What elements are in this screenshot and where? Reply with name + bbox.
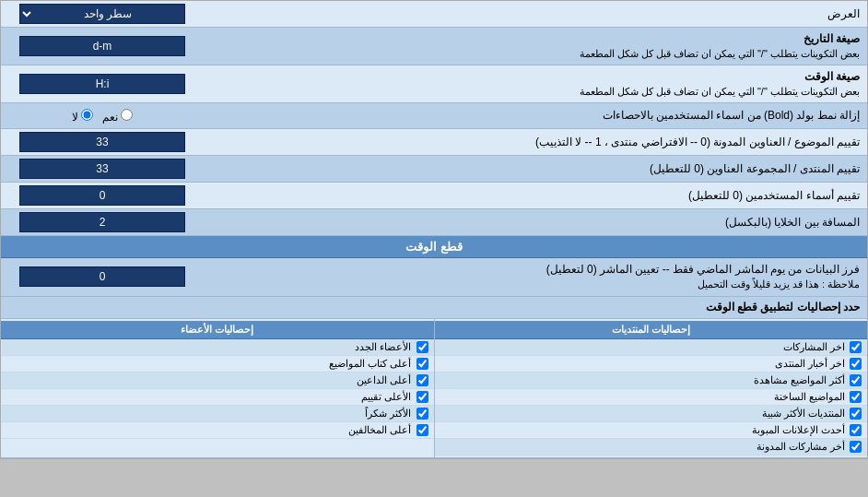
display-select[interactable]: سطر واحدسطرينثلاثة أسطر (19, 4, 185, 24)
bold-no-label: لا (72, 109, 93, 124)
subject-titles-input[interactable] (19, 132, 185, 152)
stat-new-members-checkbox[interactable] (416, 341, 428, 353)
stat-latest-ads-checkbox[interactable] (850, 424, 862, 436)
cell-spacing-input[interactable] (19, 212, 185, 232)
stat-forum-news: اخر أخبار المنتدى (435, 356, 868, 373)
stat-most-viewed-label: أكثر المواضيع مشاهدة (754, 374, 845, 386)
bold-remove-label: إزالة نمط بولد (Bold) من اسماء المستخدمي… (204, 104, 867, 127)
stat-top-posters-label: أعلى كتاب المواضيع (329, 358, 411, 370)
stat-latest-ads: أحدث الإعلانات المبوبة (435, 422, 868, 439)
stat-top-posters-checkbox[interactable] (416, 358, 428, 370)
date-format-label: صيغة التاريخ بعض التكوينات يتطلب "/" الت… (204, 28, 867, 65)
time-format-input[interactable] (19, 74, 185, 94)
stat-top-posters2-label: أعلى الداعين (357, 374, 411, 386)
stat-last-posts-checkbox[interactable] (850, 341, 862, 353)
stat-last-active-label: المواضيع الساخنة (774, 391, 845, 403)
bold-no-text: لا (72, 111, 78, 124)
stat-top-rated-checkbox[interactable] (416, 391, 428, 403)
top-select-cell: سطر واحدسطرينثلاثة أسطر (1, 1, 204, 27)
stat-latest-ads-label: أحدث الإعلانات المبوبة (752, 424, 845, 436)
subject-titles-label: تقييم الموضوع / العناوين المدونة (0 -- ا… (204, 131, 867, 154)
top-label: العرض (204, 4, 867, 24)
stats-apply-label: حدد إحصاليات لتطبيق قطع الوقت (1, 298, 867, 316)
stat-forum-news-checkbox[interactable] (850, 358, 862, 370)
date-format-row: صيغة التاريخ بعض التكوينات يتطلب "/" الت… (1, 28, 867, 65)
stat-top-posters: أعلى كتاب المواضيع (1, 356, 434, 373)
bold-radio-group: نعم لا (1, 106, 204, 126)
stat-last-noted-checkbox[interactable] (850, 441, 862, 453)
stat-top-rated: الأعلى تقييم (1, 389, 434, 406)
forum-group-input-cell (1, 156, 204, 182)
stat-forum-news-label: اخر أخبار المنتدى (775, 358, 845, 370)
stat-top-rated-label: الأعلى تقييم (361, 391, 411, 403)
stats-col-members-header: إحصاليات الأعضاء (1, 321, 434, 339)
stats-col-members: إحصاليات الأعضاء الأعضاء الجدد أعلى كتاب… (1, 319, 434, 457)
stat-most-thanked-label: الأكثر شكراً (365, 408, 411, 420)
cutoff-value-row: فرز البيانات من يوم الماشر الماضي فقط --… (1, 258, 867, 296)
top-row: العرض سطر واحدسطرينثلاثة أسطر (1, 1, 867, 28)
user-names-input[interactable] (19, 185, 185, 206)
forum-group-input[interactable] (19, 159, 185, 179)
user-names-row: تقييم أسماء المستخدمين (0 للتعطيل) (1, 183, 867, 209)
stat-top-posters2: أعلى الداعين (1, 373, 434, 389)
stat-top-mods: أعلى المخالفين (1, 422, 434, 439)
time-format-input-cell (1, 71, 204, 97)
stat-last-active: المواضيع الساخنة (435, 389, 868, 406)
stat-top-mods-label: أعلى المخالفين (348, 424, 411, 436)
stat-most-viewed-checkbox[interactable] (850, 374, 862, 386)
date-format-input-cell (1, 33, 204, 59)
cutoff-value-input[interactable] (19, 266, 185, 287)
stat-most-similar-checkbox[interactable] (850, 408, 862, 420)
cutoff-value-label: فرز البيانات من يوم الماشر الماضي فقط --… (204, 258, 867, 295)
stat-last-noted-label: أخر مشاركات المدونة (757, 441, 845, 453)
bold-yes-text: نعم (102, 111, 118, 124)
stat-last-noted: أخر مشاركات المدونة (435, 439, 868, 456)
subject-titles-input-cell (1, 129, 204, 155)
bold-yes-radio[interactable] (121, 109, 133, 121)
stat-new-members: الأعضاء الجدد (1, 339, 434, 356)
stat-most-thanked: الأكثر شكراً (1, 406, 434, 422)
date-format-input[interactable] (19, 36, 185, 56)
stat-top-mods-checkbox[interactable] (416, 424, 428, 436)
cell-spacing-input-cell (1, 209, 204, 235)
stat-most-thanked-checkbox[interactable] (416, 408, 428, 420)
stat-last-posts-label: اخر المشاركات (783, 341, 845, 353)
cutoff-header: قطع الوقت (1, 236, 867, 258)
cell-spacing-row: المسافة بين الخلايا (بالبكسل) (1, 209, 867, 236)
stats-col-forums: إحصاليات المنتديات اخر المشاركات اخر أخب… (434, 319, 868, 457)
stat-most-similar-label: المنتديات الأكثر شبية (762, 408, 845, 420)
cutoff-value-input-cell (1, 264, 204, 290)
stats-section: حدد إحصاليات لتطبيق قطع الوقت إحصاليات ا… (1, 297, 867, 458)
cell-spacing-label: المسافة بين الخلايا (بالبكسل) (204, 211, 867, 234)
stat-last-posts: اخر المشاركات (435, 339, 868, 356)
stat-most-similar: المنتديات الأكثر شبية (435, 406, 868, 422)
stat-top-posters2-checkbox[interactable] (416, 374, 428, 386)
stats-col-forums-header: إحصاليات المنتديات (435, 321, 868, 339)
user-names-label: تقييم أسماء المستخدمين (0 للتعطيل) (204, 184, 867, 207)
stats-columns: إحصاليات المنتديات اخر المشاركات اخر أخب… (1, 319, 867, 457)
stat-last-active-checkbox[interactable] (850, 391, 862, 403)
forum-group-row: تقييم المنتدى / المجموعة العناوين (0 للت… (1, 156, 867, 183)
stat-new-members-label: الأعضاء الجدد (355, 341, 411, 353)
stat-most-viewed: أكثر المواضيع مشاهدة (435, 373, 868, 389)
subject-titles-row: تقييم الموضوع / العناوين المدونة (0 -- ا… (1, 129, 867, 156)
time-format-label: صيغة الوقت بعض التكوينات يتطلب "/" التي … (204, 65, 867, 102)
time-format-row: صيغة الوقت بعض التكوينات يتطلب "/" التي … (1, 65, 867, 103)
bold-remove-row: إزالة نمط بولد (Bold) من اسماء المستخدمي… (1, 103, 867, 129)
forum-group-label: تقييم المنتدى / المجموعة العناوين (0 للت… (204, 158, 867, 181)
stats-apply-row: حدد إحصاليات لتطبيق قطع الوقت (1, 297, 867, 319)
bold-yes-label: نعم (102, 109, 133, 124)
bold-no-radio[interactable] (81, 109, 93, 121)
user-names-input-cell (1, 183, 204, 208)
